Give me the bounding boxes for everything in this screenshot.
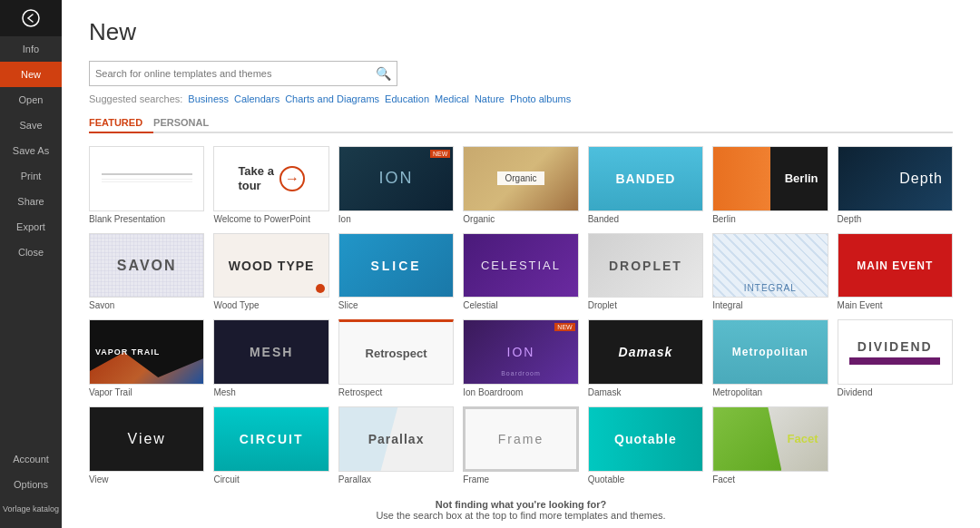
sidebar-item-account[interactable]: Account [0,446,62,472]
sidebar-item-vorlage[interactable]: Vorlage katalog [0,497,62,521]
templates-grid: Blank Presentation Take atour → Welcome … [89,146,953,484]
sidebar-item-options[interactable]: Options [0,472,62,497]
template-wood-type-label: Wood Type [213,300,328,310]
template-celestial[interactable]: CELESTIAL Celestial [463,233,578,311]
tabs-row: FEATURED PERSONAL [89,113,953,133]
back-button[interactable] [0,0,62,36]
template-quotable-label: Quotable [588,474,703,484]
suggested-label: Suggested searches: [89,93,182,104]
template-mesh-label: Mesh [213,387,328,397]
template-organic[interactable]: Organic Organic [463,146,578,224]
template-facet-label: Facet [712,474,828,484]
search-icon[interactable]: 🔍 [376,66,391,81]
search-box: 🔍 [89,61,397,86]
sidebar-item-print[interactable]: Print [0,163,62,189]
page-title: New [89,18,953,46]
template-circuit[interactable]: CIRCUIT Circuit [213,406,328,484]
template-droplet[interactable]: DROPLET Droplet [588,233,703,311]
sidebar-item-export[interactable]: Export [0,214,62,240]
template-facet[interactable]: Facet Facet [712,406,828,484]
template-blank[interactable]: Blank Presentation [89,146,204,224]
template-quotable[interactable]: Quotable Quotable [588,406,703,484]
template-damask[interactable]: Damask Damask [588,319,703,397]
suggested-link-photo[interactable]: Photo albums [510,93,571,104]
template-ion-boardroom[interactable]: ION NEW Boardroom Ion Boardroom [463,319,578,397]
suggested-searches: Suggested searches: Business Calendars C… [89,93,953,104]
template-ion-label: Ion [338,214,454,224]
template-savon[interactable]: SAVON Savon [89,233,204,311]
sidebar-item-share[interactable]: Share [0,189,62,214]
footer-line2: Use the search box at the top to find mo… [376,510,665,521]
template-integral[interactable]: INTEGRAL Integral [712,233,828,311]
suggested-link-business[interactable]: Business [188,93,229,104]
template-take-tour[interactable]: Take atour → Welcome to PowerPoint [213,146,328,224]
template-main-event[interactable]: MAIN EVENT Main Event [838,233,953,311]
main-content: New 🔍 Suggested searches: Business Calen… [62,0,980,528]
template-parallax[interactable]: Parallax Parallax [338,406,454,484]
template-retrospect[interactable]: Retrospect Retrospect [338,319,454,397]
template-integral-label: Integral [712,300,828,310]
template-slice-label: Slice [338,300,454,310]
template-vapor-trail-label: Vapor Trail [89,387,204,397]
template-view[interactable]: View View [89,406,204,484]
template-banded[interactable]: BANDED Banded [588,146,703,224]
template-wood-type[interactable]: WOOD TYPE Wood Type [213,233,328,311]
template-take-tour-label: Welcome to PowerPoint [213,214,328,224]
footer-line1: Not finding what you're looking for? [436,499,606,510]
template-main-event-label: Main Event [838,300,953,310]
template-banded-label: Banded [588,214,703,224]
template-berlin[interactable]: Berlin Berlin [712,146,828,224]
template-savon-label: Savon [89,300,204,310]
sidebar-item-save-as[interactable]: Save As [0,138,62,163]
template-dividend[interactable]: DIVIDEND Dividend [838,319,953,397]
template-depth[interactable]: Depth Depth [838,146,953,224]
template-view-label: View [89,474,204,484]
template-retrospect-label: Retrospect [338,387,454,397]
suggested-link-calendars[interactable]: Calendars [234,93,279,104]
suggested-link-nature[interactable]: Nature [475,93,505,104]
search-input[interactable] [95,68,376,79]
template-dividend-label: Dividend [838,387,953,397]
sidebar-item-info[interactable]: Info [0,36,62,62]
search-row: 🔍 [89,61,953,86]
template-ion-boardroom-label: Ion Boardroom [463,387,578,397]
template-ion[interactable]: ION NEW Ion [338,146,454,224]
svg-point-0 [23,10,39,26]
template-organic-label: Organic [463,214,578,224]
template-slice[interactable]: SLICE Slice [338,233,454,311]
template-mesh[interactable]: MESH Mesh [213,319,328,397]
sidebar: Info New Open Save Save As Print Share E… [0,0,62,528]
suggested-link-medical[interactable]: Medical [435,93,469,104]
template-frame-label: Frame [463,474,578,484]
sidebar-item-new[interactable]: New [0,62,62,87]
suggested-link-charts[interactable]: Charts and Diagrams [285,93,379,104]
template-parallax-label: Parallax [338,474,454,484]
template-metropolitan-label: Metropolitan [712,387,828,397]
template-droplet-label: Droplet [588,300,703,310]
sidebar-item-save[interactable]: Save [0,112,62,138]
template-celestial-label: Celestial [463,300,578,310]
footer-note: Not finding what you're looking for? Use… [89,499,953,521]
tab-featured[interactable]: FEATURED [89,113,153,133]
sidebar-item-open[interactable]: Open [0,87,62,112]
template-circuit-label: Circuit [213,474,328,484]
template-frame[interactable]: Frame Frame [463,406,578,484]
template-berlin-label: Berlin [712,214,828,224]
template-vapor-trail[interactable]: VAPOR TRAIL Vapor Trail [89,319,204,397]
sidebar-item-close[interactable]: Close [0,240,62,265]
tab-personal[interactable]: PERSONAL [153,113,220,133]
template-damask-label: Damask [588,387,703,397]
suggested-link-education[interactable]: Education [385,93,429,104]
template-metropolitan[interactable]: Metropolitan Metropolitan [712,319,828,397]
template-blank-label: Blank Presentation [89,214,204,224]
template-depth-label: Depth [838,214,953,224]
